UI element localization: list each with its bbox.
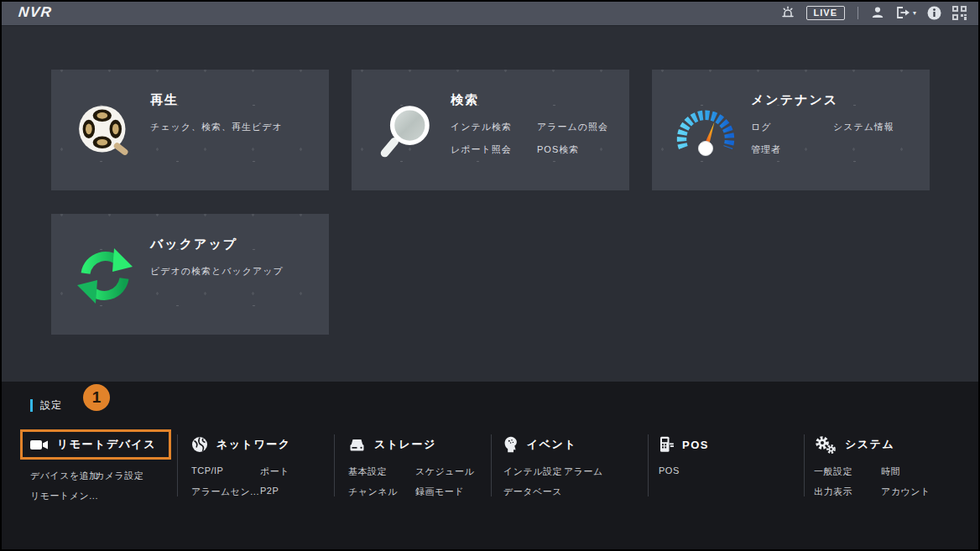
top-bar: NVR LIVE ▾ bbox=[0, 0, 980, 26]
card-link-log[interactable]: ログ bbox=[751, 121, 833, 133]
gears-icon bbox=[814, 435, 837, 455]
card-link-system-info[interactable]: システム情報 bbox=[833, 121, 921, 133]
main-area: 再生 チェック、検索、再生ビデオ 検索 インテル検索 アラームの照会 レポート照… bbox=[0, 26, 980, 382]
card-subtitle: ビデオの検索とバックアップ bbox=[150, 265, 321, 278]
link-channel[interactable]: チャンネル bbox=[348, 486, 415, 498]
link-tcpip[interactable]: TCP/IP bbox=[191, 465, 260, 478]
link-basic-settings[interactable]: 基本設定 bbox=[348, 465, 415, 478]
link-general-settings[interactable]: 一般設定 bbox=[814, 465, 881, 478]
column-divider bbox=[334, 434, 335, 496]
qr-code-icon[interactable] bbox=[952, 6, 967, 20]
section-network: ネットワーク TCP/IP ポート アラームセン... P2P bbox=[191, 430, 291, 498]
settings-panel: 設定 1 リモートデバイス デバイスを追加 カメラ設定 リモートメン... bbox=[0, 382, 980, 551]
section-event: イベント インテル設定 アラーム データベース bbox=[503, 430, 603, 498]
video-camera-icon bbox=[30, 439, 49, 451]
section-header-system[interactable]: システム bbox=[814, 430, 930, 459]
section-storage: ストレージ 基本設定 スケジュール チャンネル 録画モード bbox=[348, 430, 474, 498]
card-title: バックアップ bbox=[150, 237, 321, 252]
link-schedule[interactable]: スケジュール bbox=[415, 465, 474, 478]
section-header-remote-device[interactable]: リモートデバイス bbox=[20, 429, 171, 460]
link-time[interactable]: 時間 bbox=[881, 465, 930, 478]
chevron-down-icon: ▾ bbox=[913, 9, 916, 17]
live-button[interactable]: LIVE bbox=[806, 6, 845, 20]
ai-head-icon bbox=[503, 436, 519, 453]
column-divider bbox=[648, 434, 649, 496]
card-backup[interactable]: バックアップ ビデオの検索とバックアップ bbox=[51, 214, 329, 335]
card-link-report-query[interactable]: レポート照会 bbox=[451, 143, 537, 156]
section-header-pos[interactable]: POS bbox=[659, 430, 709, 459]
section-header-event[interactable]: イベント bbox=[503, 430, 603, 459]
section-header-storage[interactable]: ストレージ bbox=[348, 430, 474, 459]
alarm-beacon-icon[interactable] bbox=[780, 5, 795, 20]
link-database[interactable]: データベース bbox=[503, 486, 564, 498]
link-output-display[interactable]: 出力表示 bbox=[814, 486, 881, 498]
link-remote-maintenance[interactable]: リモートメン... bbox=[30, 490, 95, 502]
sync-arrows-icon bbox=[73, 244, 137, 308]
link-account[interactable]: アカウント bbox=[881, 486, 930, 498]
section-header-network[interactable]: ネットワーク bbox=[191, 430, 291, 459]
globe-icon bbox=[191, 436, 208, 453]
link-alarm-center[interactable]: アラームセン... bbox=[191, 486, 260, 498]
step-badge-1: 1 bbox=[83, 384, 110, 411]
nvr-logo: NVR bbox=[18, 4, 54, 21]
link-p2p[interactable]: P2P bbox=[260, 486, 291, 498]
accent-bar bbox=[30, 399, 33, 412]
card-maintenance[interactable]: メンテナンス ログ システム情報 管理者 bbox=[652, 70, 930, 190]
pos-terminal-icon bbox=[659, 436, 674, 453]
link-camera-settings[interactable]: カメラ設定 bbox=[95, 470, 171, 482]
card-link-pos-search[interactable]: POS検索 bbox=[537, 143, 621, 156]
logout-icon[interactable]: ▾ bbox=[895, 6, 916, 19]
section-system: システム 一般設定 時間 出力表示 アカウント bbox=[814, 430, 930, 498]
column-divider bbox=[491, 434, 492, 496]
section-pos: POS POS bbox=[659, 430, 709, 476]
header-divider bbox=[858, 7, 858, 19]
header-actions: LIVE ▾ bbox=[780, 0, 967, 25]
settings-label: 設定 bbox=[30, 398, 62, 413]
card-title: メンテナンス bbox=[751, 92, 921, 108]
info-icon[interactable] bbox=[927, 6, 941, 20]
film-reel-icon bbox=[73, 100, 137, 164]
link-intel-settings[interactable]: インテル設定 bbox=[503, 465, 564, 478]
card-link-alarm-query[interactable]: アラームの照会 bbox=[537, 121, 621, 133]
gauge-icon bbox=[674, 100, 738, 164]
column-divider bbox=[177, 434, 178, 496]
link-record-mode[interactable]: 録画モード bbox=[415, 486, 474, 498]
card-link-admin[interactable]: 管理者 bbox=[751, 143, 833, 156]
link-alarm[interactable]: アラーム bbox=[564, 465, 603, 478]
card-title: 検索 bbox=[451, 92, 621, 108]
column-divider bbox=[804, 434, 805, 496]
card-link-intel-search[interactable]: インテル検索 bbox=[451, 121, 537, 133]
link-pos[interactable]: POS bbox=[659, 465, 709, 476]
card-subtitle: チェック、検索、再生ビデオ bbox=[150, 121, 321, 133]
user-icon[interactable] bbox=[871, 6, 884, 19]
hdd-icon bbox=[348, 438, 366, 452]
card-playback[interactable]: 再生 チェック、検索、再生ビデオ bbox=[51, 70, 329, 190]
card-title: 再生 bbox=[150, 92, 321, 108]
card-search[interactable]: 検索 インテル検索 アラームの照会 レポート照会 POS検索 bbox=[352, 70, 629, 190]
magnifier-icon bbox=[373, 100, 437, 164]
link-port[interactable]: ポート bbox=[260, 465, 291, 478]
section-remote-device: リモートデバイス デバイスを追加 カメラ設定 リモートメン... bbox=[30, 430, 171, 502]
link-add-device[interactable]: デバイスを追加 bbox=[30, 470, 95, 482]
